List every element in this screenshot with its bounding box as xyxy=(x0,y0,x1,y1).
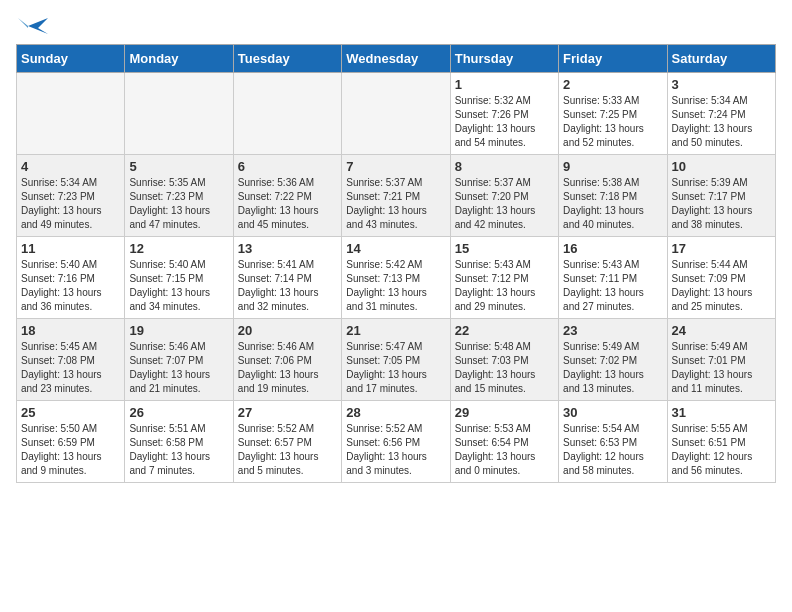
day-info: Sunrise: 5:36 AM Sunset: 7:22 PM Dayligh… xyxy=(238,176,337,232)
calendar-cell: 11Sunrise: 5:40 AM Sunset: 7:16 PM Dayli… xyxy=(17,237,125,319)
calendar-week-row: 25Sunrise: 5:50 AM Sunset: 6:59 PM Dayli… xyxy=(17,401,776,483)
day-info: Sunrise: 5:48 AM Sunset: 7:03 PM Dayligh… xyxy=(455,340,554,396)
day-info: Sunrise: 5:53 AM Sunset: 6:54 PM Dayligh… xyxy=(455,422,554,478)
day-number: 26 xyxy=(129,405,228,420)
calendar-cell: 16Sunrise: 5:43 AM Sunset: 7:11 PM Dayli… xyxy=(559,237,667,319)
day-info: Sunrise: 5:43 AM Sunset: 7:11 PM Dayligh… xyxy=(563,258,662,314)
column-header-wednesday: Wednesday xyxy=(342,45,450,73)
calendar-cell: 1Sunrise: 5:32 AM Sunset: 7:26 PM Daylig… xyxy=(450,73,558,155)
column-header-friday: Friday xyxy=(559,45,667,73)
day-info: Sunrise: 5:39 AM Sunset: 7:17 PM Dayligh… xyxy=(672,176,771,232)
day-number: 24 xyxy=(672,323,771,338)
day-number: 15 xyxy=(455,241,554,256)
day-info: Sunrise: 5:34 AM Sunset: 7:24 PM Dayligh… xyxy=(672,94,771,150)
calendar-cell: 25Sunrise: 5:50 AM Sunset: 6:59 PM Dayli… xyxy=(17,401,125,483)
day-number: 30 xyxy=(563,405,662,420)
day-number: 25 xyxy=(21,405,120,420)
calendar-cell xyxy=(233,73,341,155)
day-info: Sunrise: 5:40 AM Sunset: 7:15 PM Dayligh… xyxy=(129,258,228,314)
calendar-cell: 10Sunrise: 5:39 AM Sunset: 7:17 PM Dayli… xyxy=(667,155,775,237)
page-header xyxy=(16,16,776,36)
day-info: Sunrise: 5:52 AM Sunset: 6:57 PM Dayligh… xyxy=(238,422,337,478)
day-number: 13 xyxy=(238,241,337,256)
day-number: 6 xyxy=(238,159,337,174)
day-number: 12 xyxy=(129,241,228,256)
calendar-cell: 5Sunrise: 5:35 AM Sunset: 7:23 PM Daylig… xyxy=(125,155,233,237)
day-info: Sunrise: 5:33 AM Sunset: 7:25 PM Dayligh… xyxy=(563,94,662,150)
day-info: Sunrise: 5:46 AM Sunset: 7:06 PM Dayligh… xyxy=(238,340,337,396)
calendar-cell: 13Sunrise: 5:41 AM Sunset: 7:14 PM Dayli… xyxy=(233,237,341,319)
column-header-sunday: Sunday xyxy=(17,45,125,73)
day-info: Sunrise: 5:32 AM Sunset: 7:26 PM Dayligh… xyxy=(455,94,554,150)
column-header-monday: Monday xyxy=(125,45,233,73)
calendar-cell: 4Sunrise: 5:34 AM Sunset: 7:23 PM Daylig… xyxy=(17,155,125,237)
calendar-cell: 12Sunrise: 5:40 AM Sunset: 7:15 PM Dayli… xyxy=(125,237,233,319)
calendar-cell: 18Sunrise: 5:45 AM Sunset: 7:08 PM Dayli… xyxy=(17,319,125,401)
logo-bird-icon xyxy=(18,16,48,36)
day-info: Sunrise: 5:34 AM Sunset: 7:23 PM Dayligh… xyxy=(21,176,120,232)
day-number: 23 xyxy=(563,323,662,338)
day-number: 5 xyxy=(129,159,228,174)
calendar-cell: 7Sunrise: 5:37 AM Sunset: 7:21 PM Daylig… xyxy=(342,155,450,237)
calendar-cell: 3Sunrise: 5:34 AM Sunset: 7:24 PM Daylig… xyxy=(667,73,775,155)
calendar-cell: 8Sunrise: 5:37 AM Sunset: 7:20 PM Daylig… xyxy=(450,155,558,237)
day-number: 22 xyxy=(455,323,554,338)
calendar-cell: 27Sunrise: 5:52 AM Sunset: 6:57 PM Dayli… xyxy=(233,401,341,483)
day-number: 10 xyxy=(672,159,771,174)
day-info: Sunrise: 5:40 AM Sunset: 7:16 PM Dayligh… xyxy=(21,258,120,314)
day-number: 7 xyxy=(346,159,445,174)
calendar-table: SundayMondayTuesdayWednesdayThursdayFrid… xyxy=(16,44,776,483)
calendar-cell: 29Sunrise: 5:53 AM Sunset: 6:54 PM Dayli… xyxy=(450,401,558,483)
calendar-header-row: SundayMondayTuesdayWednesdayThursdayFrid… xyxy=(17,45,776,73)
day-number: 3 xyxy=(672,77,771,92)
day-number: 27 xyxy=(238,405,337,420)
day-info: Sunrise: 5:42 AM Sunset: 7:13 PM Dayligh… xyxy=(346,258,445,314)
day-info: Sunrise: 5:51 AM Sunset: 6:58 PM Dayligh… xyxy=(129,422,228,478)
calendar-cell: 17Sunrise: 5:44 AM Sunset: 7:09 PM Dayli… xyxy=(667,237,775,319)
day-info: Sunrise: 5:49 AM Sunset: 7:02 PM Dayligh… xyxy=(563,340,662,396)
day-info: Sunrise: 5:45 AM Sunset: 7:08 PM Dayligh… xyxy=(21,340,120,396)
calendar-week-row: 11Sunrise: 5:40 AM Sunset: 7:16 PM Dayli… xyxy=(17,237,776,319)
calendar-cell: 9Sunrise: 5:38 AM Sunset: 7:18 PM Daylig… xyxy=(559,155,667,237)
logo xyxy=(16,16,48,36)
calendar-cell: 22Sunrise: 5:48 AM Sunset: 7:03 PM Dayli… xyxy=(450,319,558,401)
day-number: 1 xyxy=(455,77,554,92)
column-header-tuesday: Tuesday xyxy=(233,45,341,73)
day-info: Sunrise: 5:37 AM Sunset: 7:20 PM Dayligh… xyxy=(455,176,554,232)
svg-marker-0 xyxy=(28,18,48,34)
calendar-cell: 30Sunrise: 5:54 AM Sunset: 6:53 PM Dayli… xyxy=(559,401,667,483)
day-number: 17 xyxy=(672,241,771,256)
day-info: Sunrise: 5:38 AM Sunset: 7:18 PM Dayligh… xyxy=(563,176,662,232)
calendar-cell: 2Sunrise: 5:33 AM Sunset: 7:25 PM Daylig… xyxy=(559,73,667,155)
day-info: Sunrise: 5:35 AM Sunset: 7:23 PM Dayligh… xyxy=(129,176,228,232)
calendar-cell: 23Sunrise: 5:49 AM Sunset: 7:02 PM Dayli… xyxy=(559,319,667,401)
day-info: Sunrise: 5:55 AM Sunset: 6:51 PM Dayligh… xyxy=(672,422,771,478)
day-info: Sunrise: 5:46 AM Sunset: 7:07 PM Dayligh… xyxy=(129,340,228,396)
calendar-cell: 21Sunrise: 5:47 AM Sunset: 7:05 PM Dayli… xyxy=(342,319,450,401)
day-number: 18 xyxy=(21,323,120,338)
day-number: 9 xyxy=(563,159,662,174)
day-number: 19 xyxy=(129,323,228,338)
day-info: Sunrise: 5:50 AM Sunset: 6:59 PM Dayligh… xyxy=(21,422,120,478)
calendar-cell: 15Sunrise: 5:43 AM Sunset: 7:12 PM Dayli… xyxy=(450,237,558,319)
calendar-cell: 19Sunrise: 5:46 AM Sunset: 7:07 PM Dayli… xyxy=(125,319,233,401)
day-number: 11 xyxy=(21,241,120,256)
calendar-cell xyxy=(125,73,233,155)
day-number: 2 xyxy=(563,77,662,92)
day-number: 28 xyxy=(346,405,445,420)
day-info: Sunrise: 5:52 AM Sunset: 6:56 PM Dayligh… xyxy=(346,422,445,478)
day-number: 31 xyxy=(672,405,771,420)
svg-marker-1 xyxy=(18,18,28,28)
day-info: Sunrise: 5:54 AM Sunset: 6:53 PM Dayligh… xyxy=(563,422,662,478)
calendar-week-row: 18Sunrise: 5:45 AM Sunset: 7:08 PM Dayli… xyxy=(17,319,776,401)
day-info: Sunrise: 5:37 AM Sunset: 7:21 PM Dayligh… xyxy=(346,176,445,232)
calendar-cell: 24Sunrise: 5:49 AM Sunset: 7:01 PM Dayli… xyxy=(667,319,775,401)
day-info: Sunrise: 5:49 AM Sunset: 7:01 PM Dayligh… xyxy=(672,340,771,396)
column-header-thursday: Thursday xyxy=(450,45,558,73)
day-number: 29 xyxy=(455,405,554,420)
calendar-cell xyxy=(17,73,125,155)
day-info: Sunrise: 5:47 AM Sunset: 7:05 PM Dayligh… xyxy=(346,340,445,396)
calendar-cell: 31Sunrise: 5:55 AM Sunset: 6:51 PM Dayli… xyxy=(667,401,775,483)
column-header-saturday: Saturday xyxy=(667,45,775,73)
day-number: 14 xyxy=(346,241,445,256)
